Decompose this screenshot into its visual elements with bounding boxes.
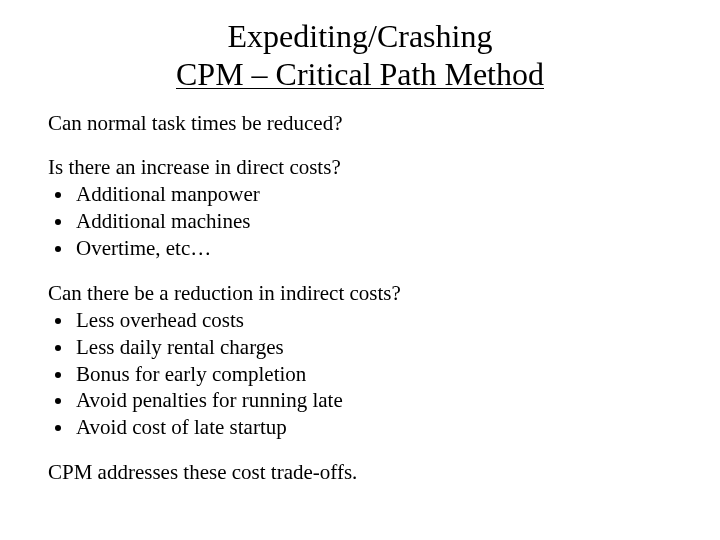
direct-costs-question: Is there an increase in direct costs? [48, 154, 672, 181]
list-item: Additional manpower [74, 181, 672, 208]
indirect-costs-list: Less overhead costs Less daily rental ch… [48, 307, 672, 441]
slide: Expediting/Crashing CPM – Critical Path … [0, 0, 720, 540]
list-item: Avoid cost of late startup [74, 414, 672, 441]
indirect-costs-question: Can there be a reduction in indirect cos… [48, 280, 672, 307]
title-line-1: Expediting/Crashing [48, 18, 672, 56]
list-item: Less daily rental charges [74, 334, 672, 361]
list-item: Bonus for early completion [74, 361, 672, 388]
title-line-2: CPM – Critical Path Method [48, 56, 672, 94]
direct-costs-list: Additional manpower Additional machines … [48, 181, 672, 262]
list-item: Additional machines [74, 208, 672, 235]
slide-body: Can normal task times be reduced? Is the… [48, 110, 672, 487]
intro-question: Can normal task times be reduced? [48, 110, 672, 137]
list-item: Less overhead costs [74, 307, 672, 334]
list-item: Overtime, etc… [74, 235, 672, 262]
slide-title: Expediting/Crashing CPM – Critical Path … [48, 18, 672, 94]
closing-statement: CPM addresses these cost trade-offs. [48, 459, 672, 486]
list-item: Avoid penalties for running late [74, 387, 672, 414]
